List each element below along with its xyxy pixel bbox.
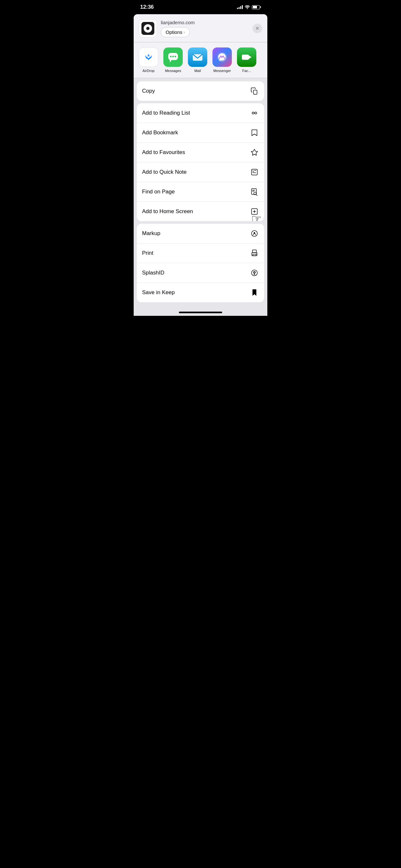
share-header: lianjademo.com Options › ✕ [134, 14, 267, 42]
quick-note-label: Add to Quick Note [142, 169, 187, 175]
app-item-messenger[interactable]: Messenger [212, 48, 232, 73]
splashid-button[interactable]: SplashID [137, 263, 264, 283]
close-icon: ✕ [255, 26, 259, 31]
svg-rect-28 [253, 254, 256, 256]
svg-rect-11 [253, 90, 257, 94]
copy-button[interactable]: Copy [137, 82, 264, 101]
messenger-app-icon [212, 48, 232, 67]
airdrop-label: AirDrop [143, 69, 154, 73]
save-keep-button[interactable]: Save in Keep [137, 283, 264, 302]
svg-point-5 [173, 56, 174, 58]
svg-point-32 [254, 272, 255, 273]
svg-marker-1 [147, 54, 150, 57]
reading-list-icon [250, 108, 259, 118]
find-on-page-button[interactable]: Find on Page [137, 182, 264, 202]
facetime-label: Fac... [242, 69, 251, 73]
splashid-label: SplashID [142, 270, 164, 276]
status-time: 12:36 [140, 4, 154, 10]
mail-app-icon [188, 48, 207, 67]
favourites-label: Add to Favourites [142, 149, 185, 156]
home-screen-label: Add to Home Screen [142, 208, 193, 215]
splashid-icon [250, 268, 259, 277]
svg-point-6 [175, 56, 176, 58]
options-button[interactable]: Options › [161, 27, 190, 37]
svg-point-25 [254, 232, 255, 234]
site-icon [139, 20, 157, 37]
svg-line-18 [256, 194, 257, 196]
close-button[interactable]: ✕ [252, 24, 262, 33]
svg-marker-10 [249, 56, 251, 59]
signal-bars-icon [237, 5, 243, 9]
print-button[interactable]: Print [137, 244, 264, 263]
messenger-label: Messenger [213, 69, 231, 73]
share-sheet: lianjademo.com Options › ✕ [134, 14, 267, 316]
reading-list-label: Add to Reading List [142, 110, 190, 116]
markup-button[interactable]: Markup [137, 224, 264, 244]
home-screen-button[interactable]: Add to Home Screen ☞ [137, 202, 264, 221]
bookmark-icon [250, 128, 259, 137]
svg-marker-33 [252, 289, 256, 296]
svg-marker-14 [251, 149, 258, 155]
svg-point-29 [256, 253, 257, 254]
home-screen-icon [250, 207, 259, 216]
svg-point-4 [170, 56, 172, 58]
battery-icon [252, 5, 261, 9]
status-icons [237, 5, 261, 9]
actions-section: Add to Reading List Add Bookmark Add to … [137, 103, 264, 221]
favourites-icon [250, 148, 259, 157]
print-icon [250, 249, 259, 258]
reading-list-button[interactable]: Add to Reading List [137, 103, 264, 123]
bookmark-button[interactable]: Add Bookmark [137, 123, 264, 143]
app-item-messages[interactable]: Messages [163, 48, 183, 73]
svg-rect-15 [251, 169, 257, 175]
facetime-app-icon [237, 48, 256, 67]
app-item-mail[interactable]: Mail [188, 48, 207, 73]
home-indicator [179, 312, 222, 313]
quick-note-icon [250, 167, 259, 177]
svg-point-13 [255, 112, 257, 114]
find-on-page-label: Find on Page [142, 189, 175, 195]
airdrop-icon [139, 48, 158, 67]
print-label: Print [142, 250, 153, 256]
quick-note-button[interactable]: Add to Quick Note [137, 162, 264, 182]
find-on-page-icon [250, 187, 259, 196]
copy-label: Copy [142, 88, 155, 94]
apps-row: AirDrop Messages [134, 42, 267, 78]
markup-label: Markup [142, 230, 160, 237]
svg-point-0 [148, 58, 149, 60]
copy-icon [250, 87, 259, 96]
bottom-bar [134, 305, 267, 316]
bottom-actions-section: Markup Print Spla [137, 224, 264, 302]
chevron-right-icon: › [184, 30, 185, 35]
svg-rect-26 [252, 250, 256, 252]
mail-label: Mail [194, 69, 201, 73]
app-item-facetime[interactable]: Fac... [237, 48, 256, 73]
copy-section: Copy [137, 82, 264, 101]
svg-point-12 [252, 112, 254, 114]
save-keep-icon [250, 288, 259, 297]
site-url: lianjademo.com [161, 20, 249, 25]
save-keep-label: Save in Keep [142, 289, 175, 296]
svg-point-30 [251, 270, 257, 276]
messages-label: Messages [165, 69, 181, 73]
site-info: lianjademo.com Options › [161, 20, 249, 37]
svg-rect-9 [242, 55, 249, 60]
svg-marker-3 [169, 60, 172, 62]
bookmark-label: Add Bookmark [142, 129, 178, 136]
messages-app-icon [163, 48, 183, 67]
status-bar: 12:36 [134, 0, 267, 14]
markup-icon [250, 229, 259, 238]
app-item-airdrop[interactable]: AirDrop [139, 48, 158, 73]
wifi-icon [245, 5, 250, 9]
favourites-button[interactable]: Add to Favourites [137, 143, 264, 162]
